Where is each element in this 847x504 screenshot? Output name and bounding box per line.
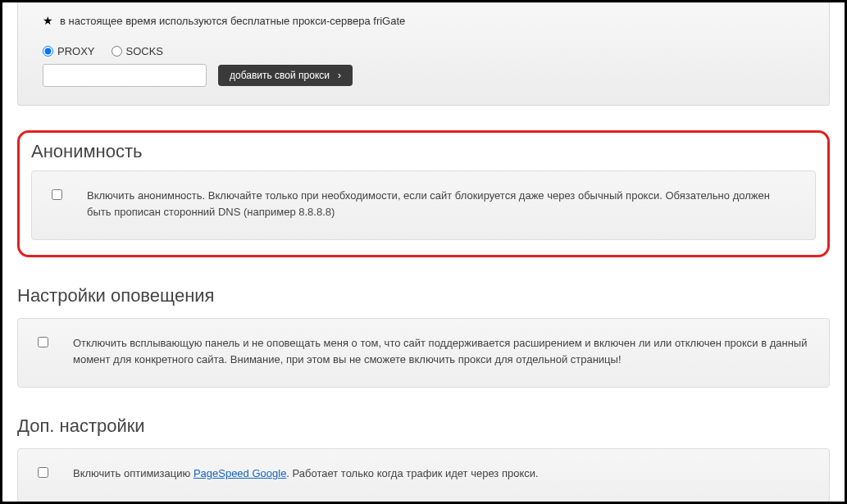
- section-notifications-title: Настройки оповещения: [17, 285, 830, 306]
- notifications-checkbox[interactable]: [38, 337, 48, 347]
- anonymity-checkbox-text: Включить анонимность. Включайте только п…: [87, 188, 795, 220]
- radio-socks-label: SOCKS: [126, 45, 164, 57]
- pagespeed-text-after: . Работает только когда трафик идет чере…: [286, 467, 538, 479]
- pagespeed-checkbox-text: Включить оптимизацию PageSpeed Google. Р…: [73, 465, 809, 482]
- radio-socks[interactable]: SOCKS: [112, 45, 164, 57]
- radio-proxy[interactable]: PROXY: [43, 45, 95, 57]
- chevron-right-icon: ›: [338, 70, 341, 81]
- star-icon: ★: [43, 14, 53, 27]
- section-anonymity: Анонимность Включить анонимность. Включа…: [17, 130, 830, 257]
- notifications-option-box: Отключить всплывающую панель и не оповещ…: [17, 318, 830, 388]
- additional-option-box: Включить оптимизацию PageSpeed Google. Р…: [17, 448, 830, 502]
- settings-page: ★ в настоящее время используются бесплат…: [2, 2, 845, 502]
- section-additional-title: Доп. настройки: [17, 415, 830, 437]
- proxy-panel: ★ в настоящее время используются бесплат…: [17, 2, 830, 106]
- anonymity-checkbox[interactable]: [52, 189, 62, 200]
- proxy-status-text: в настоящее время используются бесплатны…: [60, 15, 405, 27]
- pagespeed-checkbox[interactable]: [38, 467, 48, 478]
- radio-proxy-label: PROXY: [57, 45, 95, 57]
- proxy-input-row: добавить свой прокси ›: [43, 64, 804, 87]
- proxy-address-input[interactable]: [43, 64, 207, 87]
- add-proxy-button-label: добавить свой прокси: [230, 70, 330, 81]
- add-proxy-button[interactable]: добавить свой прокси ›: [218, 65, 353, 86]
- section-additional: Доп. настройки Включить оптимизацию Page…: [17, 415, 830, 502]
- anonymity-option-box: Включить анонимность. Включайте только п…: [31, 170, 816, 240]
- section-notifications: Настройки оповещения Отключить всплывающ…: [17, 285, 830, 388]
- section-anonymity-title: Анонимность: [31, 141, 816, 162]
- radio-proxy-input[interactable]: [43, 46, 53, 57]
- pagespeed-text-before: Включить оптимизацию: [73, 467, 194, 479]
- notifications-checkbox-text: Отключить всплывающую панель и не оповещ…: [73, 335, 809, 367]
- proxy-status-line: ★ в настоящее время используются бесплат…: [43, 14, 804, 27]
- radio-socks-input[interactable]: [112, 46, 122, 57]
- pagespeed-link[interactable]: PageSpeed Google: [194, 467, 286, 479]
- proxy-type-radio-group: PROXY SOCKS: [43, 45, 804, 57]
